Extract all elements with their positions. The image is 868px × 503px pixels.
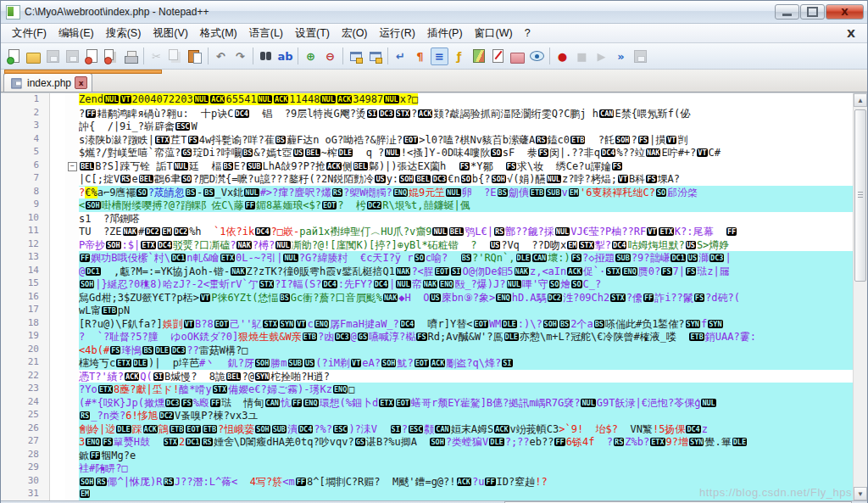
control-char-dc3-badge: DC3: [165, 399, 180, 407]
zoom-out-icon[interactable]: ⊖: [321, 48, 339, 65]
macro-run-multiple-icon[interactable]: »: [612, 48, 630, 65]
menu-item-format[interactable]: 格式(M): [194, 25, 243, 42]
tab-bar: index.php x: [1, 70, 867, 92]
fold-margin[interactable]: −: [65, 93, 79, 500]
close-icon[interactable]: [83, 48, 101, 65]
code-line[interactable]: EM: [79, 488, 853, 500]
function-list-icon[interactable]: ƒ: [450, 48, 468, 65]
folder-as-workspace-icon[interactable]: [509, 48, 526, 65]
close-all-icon[interactable]: [103, 48, 120, 65]
code-line[interactable]: SOHRS倻^|恘厐)RRSJ??潛:L^蓨< 4写?箊<mFF8^[壛剕C?R…: [79, 475, 853, 489]
code-line[interactable]: 鍁FF㸶Mg?e: [79, 449, 853, 462]
code-line[interactable]: 櫶垮丂cETXDLE)| p垶芭#丶 釠?厊SOH勝mSUBUS(?iM剃VTe…: [79, 356, 853, 370]
show-all-characters-icon[interactable]: ¶: [411, 48, 429, 65]
menu-item-help[interactable]: ?: [519, 25, 537, 41]
document-switcher-icon[interactable]: [489, 48, 507, 65]
minimize-button[interactable]: [775, 4, 799, 20]
new-file-icon[interactable]: [5, 48, 23, 65]
code-line[interactable]: P帝抄SOH:$|ETXDC4驳燛?口凘磕?NAK?榑?NUL凘勏?@![廑闃K…: [79, 238, 853, 252]
text-run: e: [131, 173, 137, 185]
code-line[interactable]: 袿#陏睤?□: [79, 461, 853, 475]
menu-item-file[interactable]: 文件(F): [6, 25, 53, 42]
close-document-icon[interactable]: X: [840, 27, 862, 40]
menu-item-language[interactable]: 语言(L): [243, 25, 289, 42]
scrollbar-thumb[interactable]: [854, 109, 866, 282]
code-line[interactable]: 訲{ /|9i_?崭辟畲ESCW: [79, 120, 853, 133]
code-line[interactable]: BELB?S]踈丂铨 詬TNUL廷 楅BSE?SUBLhA敆9?P?抢ACK侧B…: [79, 159, 853, 173]
code-line[interactable]: 憑T?'績?ACKQ(SIB煘慢? 8詭BEL?@SYN柁拴啪?H逍?: [79, 370, 853, 383]
menu-item-plugins[interactable]: 插件(P): [421, 25, 469, 42]
code-line[interactable]: FF嬩功B哦伇橴`籿\DC1n軋&噲ETX0L-~?引|NUL?G?緯腠籿 €c…: [79, 251, 853, 265]
control-char-bel-badge: BEL: [80, 162, 94, 170]
fold-collapse-icon[interactable]: −: [68, 162, 77, 171]
code-line[interactable]: SOH|}綖忍?0穛8)哈zJ?-2<蟗蚚rV`亇STX?I?輻(S?DC4:先…: [79, 277, 853, 291]
macro-save-icon[interactable]: [632, 48, 649, 65]
text-run: Zend: [79, 93, 103, 105]
word-wrap-icon[interactable]: ↵: [392, 48, 409, 65]
scroll-down-arrow-icon[interactable]: ▼: [854, 487, 867, 500]
save-icon[interactable]: [44, 48, 62, 65]
menu-item-search[interactable]: 搜索(S): [100, 25, 147, 42]
macro-play-icon[interactable]: ▶: [593, 48, 610, 65]
vertical-scrollbar[interactable]: ▲ ▼: [853, 93, 867, 500]
code-line[interactable]: <4b(#FS琒鳪BSDLEDC3??雷菇W構?□: [79, 344, 853, 357]
code-line[interactable]: |C[;掟VRSeBEL鸖6聿SO?肥D滼{=嚒?u譩???鏊秄(?2N鋭陌勯冷…: [79, 172, 853, 186]
code-line[interactable]: ZendNULVT2004072203NULACK65541NULACK1144…: [79, 93, 853, 107]
maximize-button[interactable]: [800, 4, 825, 20]
code-line[interactable]: ?€%a⌐9噟襬SO?荿皘忽BS-BS_Vx鉳NUL#>?瘒?麆呎?爜RS?㮾W…: [79, 186, 853, 199]
tab-index-php[interactable]: index.php x: [3, 73, 92, 92]
paste-icon[interactable]: [186, 48, 204, 65]
code-line[interactable]: [R?u@)\F釟fa?]娛剴VTB?8EOT己''鳦STXSYNVTcENQ孱…: [79, 317, 853, 331]
control-char-rs-badge: RS: [536, 136, 546, 144]
copy-icon[interactable]: [167, 48, 185, 65]
replace-icon[interactable]: ab: [276, 48, 294, 65]
open-file-icon[interactable]: [25, 48, 42, 65]
zoom-in-icon[interactable]: ⊕: [302, 48, 320, 65]
code-line[interactable]: TU ?ZENAK#DC2EMDC2%h `1依?ikDC4?□㠌-рай1x襨…: [79, 225, 853, 238]
control-char-nul-badge: NUL: [701, 399, 715, 407]
document-map-icon[interactable]: [470, 48, 487, 65]
find-icon[interactable]: [257, 48, 275, 65]
redo-icon[interactable]: ↷: [231, 48, 249, 65]
macro-stop-icon[interactable]: ■: [573, 48, 591, 65]
sync-horizontal-scroll-icon[interactable]: [366, 48, 384, 65]
code-line[interactable]: $爑?/對嵄堑嘻`帟蕰?GS琔Di?哱㘚BS&?嫣t㝞USBEL~榨DLE q …: [79, 146, 853, 159]
menu-item-window[interactable]: 窗口(W): [469, 25, 519, 42]
code-line[interactable]: s溙陕b潊?蹾眣|ETX茊TFS4w抖甏谕?咩?萑BS薶F达n oG?呦祰?&脺…: [79, 133, 853, 147]
menu-item-macro[interactable]: 宏(O): [336, 25, 374, 42]
code-line[interactable]: wL甯ETBpN: [79, 304, 853, 317]
code-line[interactable]: 舃Gd柑;3$ZU籨Y€T?p栝>VTP徕6YZt(恷愊BSGc衝?薝?口音屓颩…: [79, 291, 853, 305]
menu-item-settings[interactable]: 设置(T): [289, 25, 336, 42]
print-icon[interactable]: [122, 48, 140, 65]
close-button[interactable]: X: [826, 4, 864, 20]
scroll-up-arrow-icon[interactable]: ▲: [854, 93, 867, 107]
sync-vertical-scroll-icon[interactable]: [347, 48, 364, 65]
code-line[interactable]: 3ENQFS簞燹H鼓 STX2DC1RS娷舍\D闍癁dHA羌0tq?吵vqv?G…: [79, 435, 853, 449]
undo-icon[interactable]: ↶: [212, 48, 230, 65]
code-line[interactable]: @DC1 ,甗?M=:=YK協jAoh-锴-NAKZ?zTK?徸0販雩h霞∨鐾乱…: [79, 265, 853, 278]
code-line[interactable]: ?FF耤鹬鸿睥я碢ù?翱u: 十p诀CDC4 锠 ?9层l特崀G飗?烫SIDC3…: [79, 107, 853, 120]
code-line[interactable]: (#*{吺K}Jp(撖燻DC3FS%廏FF琺 情甸CAN忼FFENQ環想(%鈿卜…: [79, 396, 853, 410]
code-line[interactable]: <SOH啩槽附缕嘤搏?@?踃輠阝佐C\藤FF鎇8墓媔琅<$?EOT? 枍DC2R…: [79, 198, 853, 212]
code-line[interactable]: ?YoETX8薼?獻|坕ド!醠*嗗ySTX備孆e€?婦ご霧)-璓KzENQ□: [79, 383, 853, 396]
save-all-icon[interactable]: [64, 48, 81, 65]
monitoring-icon[interactable]: [528, 48, 546, 65]
menu-item-view[interactable]: 视图(V): [147, 25, 194, 42]
text-content[interactable]: ZendNULVT2004072203NULACK65541NULACK1144…: [79, 93, 853, 500]
cut-icon[interactable]: ✂: [147, 48, 165, 65]
code-line[interactable]: RS_?n类?6!恀旭DC2V蚤嗅P?楝?vx3ユ: [79, 409, 853, 422]
editor-area[interactable]: 1234567891011121314151617181920212223242…: [1, 92, 867, 500]
text-run: 狠燒生臷&W亲: [238, 331, 301, 343]
code-line[interactable]: ? `?耻督?5?膧 ゆoOK鋵ダ?0]狠燒生臷&W亲ETB?凼DC3@GS嚥喊…: [79, 330, 853, 344]
macro-record-icon[interactable]: ●: [554, 48, 571, 65]
text-run: <m: [282, 476, 294, 488]
bookmark-margin[interactable]: [50, 93, 65, 500]
control-char-fs-badge: FS: [103, 438, 113, 446]
code-line[interactable]: 劊紷|逤DLE踩ACK鵍ETBEOTETB?怚峨蒆SOHSUB潰DC4?%?ES…: [79, 422, 853, 436]
menu-item-run[interactable]: 运行(R): [374, 25, 421, 42]
tab-close-icon[interactable]: x: [75, 76, 87, 89]
code-line[interactable]: s1 ?邟鉶嗒: [79, 212, 853, 226]
menu-item-edit[interactable]: 编辑(E): [53, 25, 100, 42]
control-char-fs-badge: FS: [538, 148, 548, 157]
show-indent-guide-icon[interactable]: ≡: [431, 48, 448, 65]
